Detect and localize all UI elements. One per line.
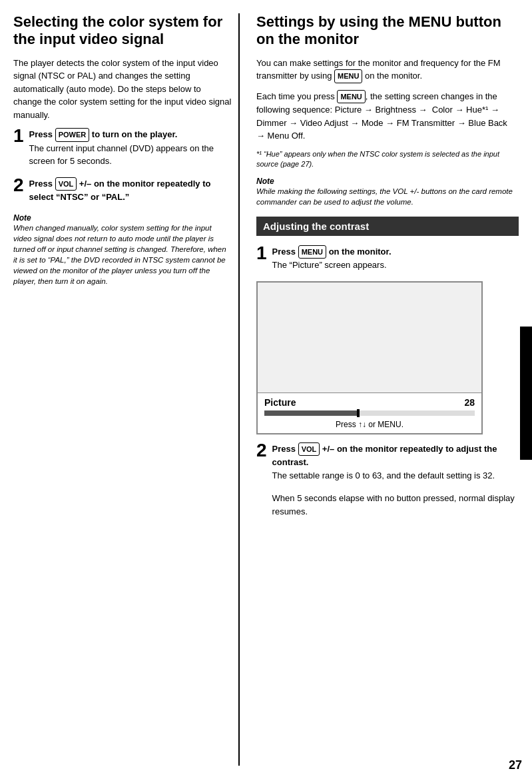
progress-bar-fill: [264, 410, 357, 416]
right-step-1-press: Press: [272, 247, 298, 257]
left-intro: The player detects the color system of t…: [13, 57, 232, 122]
arrows-icon: ↑↓: [358, 420, 366, 429]
right-column: Settings by using the MENU button on the…: [253, 13, 519, 766]
left-step-1: 1 Press POWER to turn on the player. The…: [13, 128, 232, 168]
left-step-2-number: 2: [13, 176, 24, 195]
right-note-text: While making the following settings, the…: [256, 186, 519, 207]
right-step-2-press: Press: [272, 444, 298, 454]
right-intro2-text: Each time you press: [256, 91, 337, 101]
right-title: Settings by using the MENU button on the…: [256, 13, 519, 49]
right-step-2-detail2: When 5 seconds elapse with no button pre…: [272, 492, 519, 518]
left-step-2-title: Press VOL +/– on the monitor repeatedly …: [29, 177, 232, 204]
left-step-1-number: 1: [13, 127, 24, 145]
right-note: Note While making the following settings…: [256, 177, 519, 207]
right-step-2-content: Press VOL +/– on the monitor repeatedly …: [272, 442, 519, 518]
left-step-1-press: Press: [29, 129, 55, 139]
monitor-screen-bottom: Picture 28 Press ↑↓ or MENU.: [258, 392, 481, 433]
adjusting-contrast-label: Adjusting the contrast: [263, 221, 369, 232]
right-step-2-detail: The settable range is 0 to 63, and the d…: [272, 469, 519, 482]
picture-value: 28: [464, 397, 475, 408]
menu-button-badge-intro: MENU: [334, 69, 362, 83]
left-step-2: 2 Press VOL +/– on the monitor repeatedl…: [13, 177, 232, 204]
monitor-screen-graphic: Picture 28 Press ↑↓ or MENU.: [256, 281, 483, 434]
adjusting-contrast-header: Adjusting the contrast: [256, 217, 519, 236]
picture-label: Picture: [264, 397, 296, 408]
press-instruction: Press ↑↓ or MENU.: [264, 420, 475, 429]
left-step-2-press: Press: [29, 179, 55, 189]
right-footnote1: *¹ “Hue” appears only when the NTSC colo…: [256, 149, 519, 170]
right-step-2: 2 Press VOL +/– on the monitor repeatedl…: [256, 442, 519, 518]
vol-button-badge-right: VOL: [298, 442, 320, 456]
vol-button-badge-left: VOL: [55, 177, 77, 191]
left-step-1-title: Press POWER to turn on the player.: [29, 128, 232, 142]
right-intro1b: on the monitor.: [362, 71, 422, 81]
left-column: Selecting the color system for the input…: [13, 13, 240, 766]
right-step-2-number: 2: [256, 441, 267, 460]
page-number: 27: [509, 758, 522, 772]
left-step-2-content: Press VOL +/– on the monitor repeatedly …: [29, 177, 232, 204]
picture-row: Picture 28: [264, 397, 475, 408]
progress-thumb: [357, 409, 360, 417]
right-step-1-detail: The “Picture” screen appears.: [272, 259, 519, 272]
right-note-title: Note: [256, 177, 519, 186]
left-step-1-content: Press POWER to turn on the player. The c…: [29, 128, 232, 168]
right-step-1-title: Press MENU on the monitor.: [272, 245, 519, 259]
right-step-1-content: Press MENU on the monitor. The “Picture”…: [272, 245, 519, 272]
black-bar-decoration: [520, 327, 532, 460]
progress-bar: [264, 410, 475, 416]
press-text-screen: Press: [336, 420, 356, 429]
right-step-1-number: 1: [256, 244, 267, 263]
right-step-2-title: Press VOL +/– on the monitor repeatedly …: [272, 442, 519, 469]
left-note-title: Note: [13, 213, 232, 223]
right-step-1: 1 Press MENU on the monitor. The “Pictur…: [256, 245, 519, 272]
power-button-badge: POWER: [55, 128, 90, 142]
right-intro1: You can make settings for the monitor an…: [256, 57, 519, 83]
right-step-1-title2: on the monitor.: [326, 247, 392, 257]
menu-button-badge-step1: MENU: [298, 245, 326, 259]
right-intro2: Each time you press MENU, the setting sc…: [256, 90, 519, 143]
left-step-1-detail: The current input channel (DVD) appears …: [29, 142, 232, 168]
left-step-1-title2: to turn on the player.: [89, 129, 177, 139]
or-menu-text: or MENU.: [368, 420, 403, 429]
left-note-text: When changed manually, color system sett…: [13, 223, 232, 287]
left-title: Selecting the color system for the input…: [13, 13, 232, 49]
left-note: Note When changed manually, color system…: [13, 213, 232, 287]
menu-button-badge-intro2: MENU: [337, 90, 365, 104]
